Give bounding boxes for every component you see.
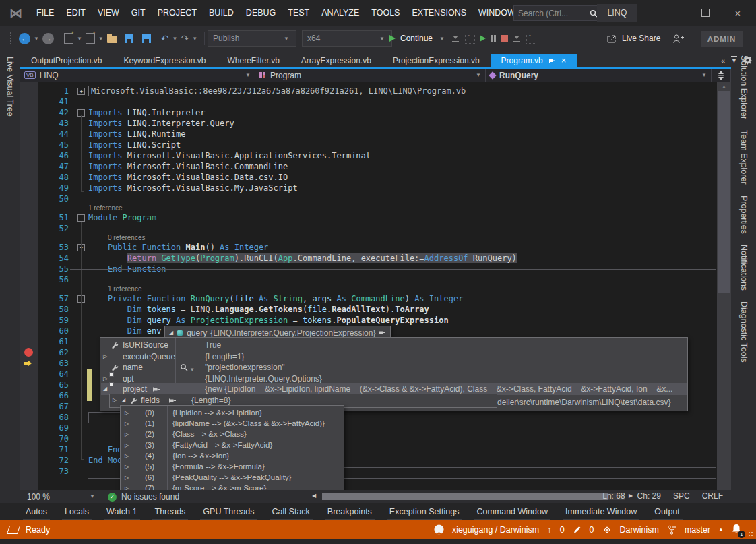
scroll-up-icon[interactable]: ▲: [717, 84, 731, 90]
branch-button[interactable]: master: [685, 525, 710, 535]
member-dropdown[interactable]: RunQuery ▼: [486, 69, 712, 82]
save-icon[interactable]: [125, 34, 133, 43]
branch-icon[interactable]: [667, 525, 676, 535]
tab-options-gear-icon[interactable]: [743, 56, 752, 65]
restart-icon[interactable]: [465, 34, 475, 44]
collapsed-icon[interactable]: ▷: [103, 375, 107, 382]
tool-tab-immediate-window[interactable]: Immediate Window: [565, 507, 637, 516]
step-into-icon[interactable]: [513, 35, 522, 42]
editor-horizontal-scrollbar[interactable]: [322, 493, 625, 500]
stop-debugging-icon[interactable]: [501, 35, 508, 42]
expanded-icon[interactable]: ◢: [103, 386, 107, 392]
live-share-icon[interactable]: [606, 34, 617, 43]
add-item-icon[interactable]: [86, 33, 95, 44]
datatip-fields-items[interactable]: ▷(0){LipidIon --> &x->LipidIon}▷(1){lipi…: [120, 405, 344, 495]
branch-caret-icon[interactable]: ▲: [718, 526, 724, 533]
codelens-references[interactable]: 1 reference: [108, 285, 142, 293]
tab-properties[interactable]: Properties: [739, 195, 749, 234]
background-tasks-icon[interactable]: [7, 526, 20, 534]
resize-grip[interactable]: [748, 531, 754, 537]
pending-edits-count[interactable]: 0: [590, 525, 594, 535]
split-window-button[interactable]: [712, 69, 731, 82]
notifications-button[interactable]: 1: [732, 524, 741, 536]
collapsed-icon[interactable]: ▷: [125, 442, 129, 448]
collapsed-icon[interactable]: ▷: [125, 475, 129, 481]
close-button[interactable]: ×: [722, 0, 753, 26]
collapsed-icon[interactable]: ▷: [125, 464, 129, 470]
redo-icon[interactable]: ↷: [181, 33, 189, 44]
step-over-icon[interactable]: [526, 34, 536, 44]
zoom-dropdown[interactable]: 100 % ▼: [23, 490, 101, 503]
tab-notifications[interactable]: Notifications: [739, 245, 749, 291]
pin-icon[interactable]: [169, 397, 177, 404]
datatip-row[interactable]: ▷executeQueue{Length=1}: [100, 351, 687, 363]
continue-icon[interactable]: [389, 35, 396, 42]
vertical-scroll-thumb[interactable]: [718, 91, 730, 293]
tool-tab-command-window[interactable]: Command Window: [476, 507, 548, 516]
start-icon[interactable]: [480, 35, 486, 42]
navigate-back-button[interactable]: ←: [19, 33, 30, 44]
outgoing-commits-count[interactable]: 0: [560, 525, 565, 535]
collapsed-icon[interactable]: ▷: [125, 453, 129, 459]
repository-icon[interactable]: [602, 525, 612, 535]
tab-outputprojection.vb[interactable]: OutputProjection.vb: [20, 54, 113, 67]
menu-item-debug[interactable]: DEBUG: [240, 8, 282, 18]
navigate-back-caret-icon[interactable]: ▼: [34, 36, 39, 42]
tool-tab-exception-settings[interactable]: Exception Settings: [389, 507, 460, 516]
tool-tab-breakpoints[interactable]: Breakpoints: [327, 507, 372, 516]
new-project-caret-icon[interactable]: ▼: [77, 36, 82, 42]
collapsed-icon[interactable]: ▷: [103, 353, 107, 359]
menu-item-analyze[interactable]: ANALYZE: [315, 8, 365, 18]
tab-keywordexpression.vb[interactable]: KeywordExpression.vb: [113, 54, 216, 67]
collapsed-icon[interactable]: ▷: [125, 431, 129, 437]
save-all-icon[interactable]: [142, 34, 151, 43]
fields-item-row[interactable]: ▷(4){Ion --> &x->Ion}: [121, 451, 344, 462]
issues-indicator[interactable]: ✓ No issues found: [108, 492, 179, 502]
editor-vertical-scrollbar[interactable]: ▲ ▼: [717, 82, 731, 503]
undo-caret-icon[interactable]: ▼: [172, 36, 178, 42]
continue-caret-icon[interactable]: ▼: [439, 36, 445, 42]
break-all-icon[interactable]: [491, 35, 496, 42]
close-tab-icon[interactable]: ×: [561, 55, 567, 65]
show-next-statement-icon[interactable]: [451, 35, 460, 42]
tab-diagnostic-tools[interactable]: Diagnostic Tools: [739, 301, 749, 363]
remote-repo-button[interactable]: xieguigang / Darwinism: [452, 525, 539, 535]
minimize-button[interactable]: [658, 0, 689, 26]
project-dropdown[interactable]: VB LINQ ▼: [20, 69, 255, 82]
tab-list-icon[interactable]: ▼: [731, 57, 737, 64]
admin-button[interactable]: ADMIN: [701, 31, 743, 47]
pin-icon[interactable]: [549, 57, 556, 64]
tab-arrayexpression.vb[interactable]: ArrayExpression.vb: [290, 54, 382, 67]
fields-item-row[interactable]: ▷(3){FattyAcid --> &x->FattyAcid}: [121, 440, 344, 451]
tab-program.vb[interactable]: Program.vb×: [491, 54, 577, 67]
pending-edits-icon[interactable]: [573, 525, 581, 534]
redo-caret-icon[interactable]: ▼: [192, 36, 197, 42]
platform-dropdown[interactable]: x64 ▼: [302, 30, 392, 47]
live-share-button[interactable]: Live Share: [622, 34, 660, 43]
type-drop-down[interactable]: Program ▼: [255, 69, 486, 82]
search-input[interactable]: Search (Ctrl...: [513, 5, 602, 21]
menu-item-view[interactable]: VIEW: [92, 8, 125, 18]
collapsed-icon[interactable]: ▷: [125, 421, 129, 427]
fields-item-row[interactable]: ▷(1){lipidName --> (&x->Class & &x->Fatt…: [121, 419, 344, 429]
menu-item-tools[interactable]: TOOLS: [365, 8, 406, 18]
pin-icon[interactable]: [379, 329, 386, 336]
fold-collapse-icon[interactable]: −: [77, 214, 85, 222]
toolbar-grip[interactable]: [9, 32, 13, 45]
menu-item-test[interactable]: TEST: [282, 8, 315, 18]
menu-item-build[interactable]: BUILD: [203, 8, 240, 18]
tab-team-explorer[interactable]: Team Explorer: [739, 130, 749, 185]
scroll-left-icon[interactable]: ◀: [312, 493, 316, 499]
fold-expand-icon[interactable]: +: [77, 88, 85, 95]
tab-projectionexpression.vb[interactable]: ProjectionExpression.vb: [382, 54, 491, 67]
navigate-forward-button[interactable]: →: [42, 33, 54, 44]
menu-item-file[interactable]: FILE: [30, 8, 60, 18]
add-item-caret-icon[interactable]: ▼: [98, 36, 104, 42]
datatip-row[interactable]: name ▼"projectionexpression": [100, 362, 687, 373]
collapsed-icon[interactable]: ▷: [113, 397, 117, 403]
send-feedback-icon[interactable]: [672, 34, 685, 44]
menu-item-project[interactable]: PROJECT: [152, 8, 203, 18]
undo-icon[interactable]: ↶: [161, 33, 169, 44]
expanded-icon[interactable]: ◢: [121, 397, 125, 403]
column-indicator[interactable]: Ch: 29: [637, 491, 661, 501]
